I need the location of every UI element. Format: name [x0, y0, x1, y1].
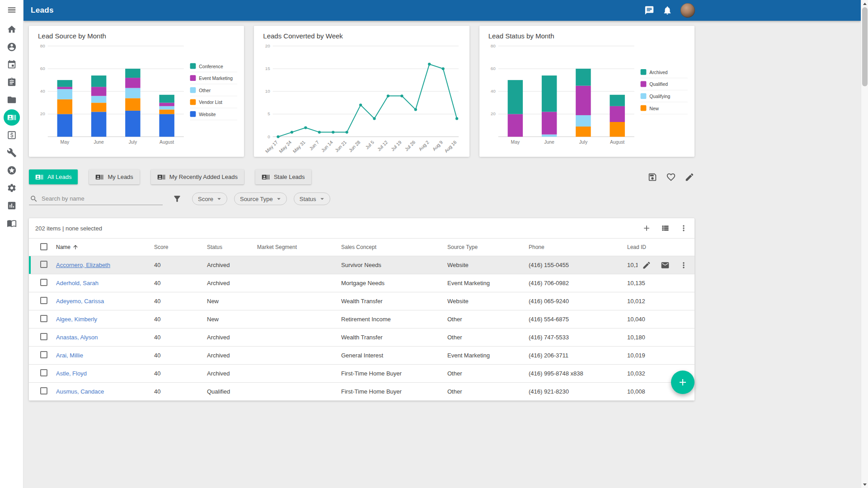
lead-name-link[interactable]: Arai, Millie	[56, 352, 83, 359]
scroll-down-arrow[interactable]	[861, 481, 868, 488]
table-row[interactable]: Aderhold, Sarah40ArchivedMortgage NeedsE…	[29, 274, 694, 292]
favorite-view-button[interactable]	[666, 172, 676, 182]
svg-text:August: August	[160, 140, 174, 145]
add-item-button[interactable]	[642, 224, 651, 233]
legend-item-website[interactable]: Website	[190, 111, 237, 120]
tab-my-leads[interactable]: My Leads	[89, 169, 139, 184]
kebab-icon	[679, 261, 688, 270]
phone-cell: (416) 155-0455	[529, 262, 627, 268]
column-header-sales-concept[interactable]: Sales Concept	[341, 244, 447, 250]
row-checkbox[interactable]	[40, 297, 47, 304]
messages-button[interactable]	[644, 5, 654, 15]
more-options-button[interactable]	[679, 224, 688, 233]
row-checkbox[interactable]	[40, 261, 47, 268]
row-checkbox[interactable]	[40, 387, 47, 394]
scroll-up-arrow[interactable]	[861, 0, 868, 7]
column-header-phone[interactable]: Phone	[529, 244, 627, 250]
sidebar-item-settings[interactable]	[4, 180, 20, 196]
edit-lead-button[interactable]	[642, 261, 651, 270]
status-cell: Archived	[207, 352, 257, 359]
filter-row: ScoreSource TypeStatus	[29, 192, 694, 206]
lead-name-link[interactable]: Astle, Floyd	[56, 370, 87, 377]
search-input[interactable]	[42, 195, 162, 202]
sidebar-item-tasks[interactable]	[4, 74, 20, 90]
lead-name-link[interactable]: Adeyemo, Carissa	[56, 298, 104, 305]
lead-name-link[interactable]: Algee, Kimberly	[56, 316, 97, 323]
sidebar-item-opportunities[interactable]	[4, 127, 20, 143]
filter-dropdown-status[interactable]: Status	[294, 192, 330, 205]
sidebar-item-leads[interactable]	[4, 109, 20, 126]
legend-item-qualified[interactable]: Qualified	[640, 81, 687, 90]
email-lead-button[interactable]	[661, 261, 670, 270]
column-header-source-type[interactable]: Source Type	[447, 244, 529, 250]
score-cell: 40	[154, 334, 207, 341]
edit-view-button[interactable]	[685, 172, 694, 182]
column-header-score[interactable]: Score	[154, 244, 207, 250]
legend-item-conference[interactable]: Conference	[190, 63, 237, 72]
svg-text:May 24: May 24	[278, 140, 293, 154]
notifications-button[interactable]	[662, 5, 672, 15]
table-row[interactable]: Astle, Floyd40ArchivedFirst-Time Home Bu…	[29, 365, 694, 383]
status-cell: Archived	[207, 370, 257, 377]
lead-name-link[interactable]: Ausmus, Candace	[56, 388, 104, 395]
column-header-status[interactable]: Status	[207, 244, 257, 250]
scroll-thumb[interactable]	[862, 7, 868, 86]
sidebar-item-reports[interactable]	[4, 197, 20, 214]
sidebar-item-directory[interactable]	[4, 215, 20, 231]
filter-dropdown-source-type[interactable]: Source Type	[234, 192, 287, 205]
save-view-button[interactable]	[647, 172, 657, 182]
sidebar-item-services[interactable]	[4, 145, 20, 161]
table-header-row: NameScoreStatusMarket SegmentSales Conce…	[29, 238, 694, 256]
tab-stale-leads[interactable]: Stale Leads	[255, 169, 311, 184]
table-row[interactable]: Anastas, Alyson40ArchivedWealth Transfer…	[29, 328, 694, 347]
tab-all-leads[interactable]: All Leads	[29, 169, 78, 184]
svg-text:20: 20	[40, 111, 45, 116]
table-row[interactable]: Adeyemo, Carissa40NewWealth TransferWebs…	[29, 292, 694, 310]
lead-name-link[interactable]: Aderhold, Sarah	[56, 280, 99, 286]
row-checkbox[interactable]	[40, 351, 47, 358]
filter-button[interactable]	[173, 194, 182, 203]
page-scrollbar[interactable]	[861, 0, 868, 488]
lead-more-button[interactable]	[679, 261, 688, 270]
column-header-market-segment[interactable]: Market Segment	[257, 244, 341, 250]
sidebar-item-home[interactable]	[4, 21, 20, 38]
select-all-checkbox[interactable]	[40, 243, 47, 250]
column-header-name[interactable]: Name	[56, 244, 154, 250]
row-checkbox[interactable]	[40, 315, 47, 322]
lead-name-link[interactable]: Accornero, Elizabeth	[56, 262, 110, 268]
table-row[interactable]: Algee, Kimberly40NewRetirement IncomeOth…	[29, 310, 694, 328]
legend-item-qualifying[interactable]: Qualifying	[640, 93, 687, 102]
legend-item-new[interactable]: New	[640, 105, 687, 114]
legend-item-archived[interactable]: Archived	[640, 69, 687, 78]
legend-item-event-marketing[interactable]: Event Marketing	[190, 75, 237, 84]
search-box	[29, 193, 163, 205]
table-row[interactable]: Ausmus, Candace40QualifiedFirst-Time Hom…	[29, 383, 694, 401]
row-checkbox[interactable]	[40, 279, 47, 286]
add-lead-fab[interactable]	[671, 371, 694, 394]
table-row[interactable]: Arai, Millie40ArchivedGeneral InterestEv…	[29, 347, 694, 365]
column-header-lead-id[interactable]: Lead ID	[627, 244, 694, 250]
sidebar-item-calendar[interactable]	[4, 56, 20, 73]
sidebar-item-contacts[interactable]	[4, 39, 20, 55]
legend-item-other[interactable]: Other	[190, 87, 237, 96]
sales-concept-cell: Wealth Transfer	[341, 298, 447, 305]
sales-concept-cell: General Interest	[341, 352, 447, 359]
user-avatar[interactable]	[680, 3, 695, 18]
menu-button[interactable]	[7, 5, 17, 15]
sidebar-item-campaigns[interactable]	[4, 162, 20, 178]
leads-table: 202 items | none selected NameScoreStatu…	[29, 218, 694, 401]
view-options-button[interactable]	[661, 224, 670, 233]
sidebar-item-documents[interactable]	[4, 92, 20, 108]
svg-text:Vendor List: Vendor List	[199, 100, 222, 105]
legend-item-vendor-list[interactable]: Vendor List	[190, 99, 237, 108]
row-checkbox[interactable]	[40, 333, 47, 340]
tab-my-recently-added-leads[interactable]: My Recently Added Leads	[151, 169, 244, 184]
lead-name-link[interactable]: Anastas, Alyson	[56, 334, 98, 341]
table-row[interactable]: Accornero, Elizabeth40ArchivedSurvivor N…	[29, 256, 694, 274]
sales-concept-cell: First-Time Home Buyer	[341, 388, 447, 395]
lead-status-by-month-chart: 20406080MayJuneJulyAugustArchivedQualifi…	[485, 42, 690, 154]
source-type-cell: Event Marketing	[447, 280, 529, 286]
row-checkbox[interactable]	[40, 369, 47, 376]
filter-dropdown-score[interactable]: Score	[192, 192, 227, 205]
score-cell: 40	[154, 298, 207, 305]
